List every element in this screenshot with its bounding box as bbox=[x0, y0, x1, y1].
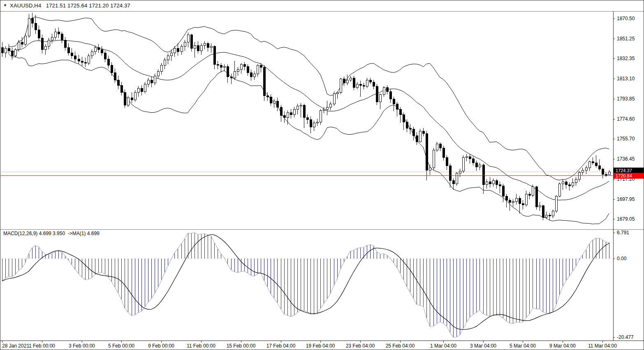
candle-body bbox=[41, 38, 43, 50]
candle-body bbox=[253, 74, 255, 77]
candle-body bbox=[496, 181, 498, 185]
candle-body bbox=[134, 93, 136, 100]
candle-body bbox=[366, 80, 368, 86]
candle-body bbox=[11, 51, 13, 56]
time-axis-label: 25 Feb 04:00 bbox=[386, 343, 415, 349]
candle-body bbox=[48, 40, 50, 47]
candle-body bbox=[549, 215, 551, 216]
candle-body bbox=[462, 158, 464, 171]
candle-body bbox=[104, 53, 106, 59]
candle-body bbox=[170, 53, 172, 56]
candle-body bbox=[223, 67, 225, 68]
time-axis-label: 11 Feb 00:00 bbox=[187, 343, 215, 349]
candle-body bbox=[363, 86, 365, 86]
candle-body bbox=[340, 79, 342, 93]
candle-body bbox=[419, 131, 421, 142]
candle-body bbox=[127, 98, 129, 105]
candle-body bbox=[555, 196, 557, 211]
candle-body bbox=[320, 111, 322, 122]
candle-body bbox=[117, 80, 119, 86]
candle-body bbox=[266, 96, 269, 97]
candle-body bbox=[197, 46, 199, 51]
candle-body bbox=[300, 105, 302, 106]
candle-body bbox=[5, 49, 7, 53]
candle-body bbox=[24, 36, 26, 44]
candle-body bbox=[14, 50, 16, 56]
candle-body bbox=[91, 52, 93, 56]
candle-body bbox=[67, 48, 69, 53]
candle-body bbox=[144, 84, 146, 92]
candle-body bbox=[44, 47, 46, 50]
candle-body bbox=[568, 185, 570, 186]
candle-body bbox=[433, 150, 435, 168]
candle-body bbox=[509, 201, 511, 203]
candle-body bbox=[28, 19, 30, 36]
candle-body bbox=[8, 49, 10, 51]
candle-body bbox=[565, 182, 567, 185]
candle-body bbox=[227, 67, 229, 77]
candle-body bbox=[396, 104, 398, 110]
candle-body bbox=[237, 70, 239, 72]
symbol-dropdown-icon[interactable]: ▼ bbox=[3, 3, 7, 7]
candle-body bbox=[466, 157, 468, 158]
candle-body bbox=[356, 84, 358, 88]
candle-body bbox=[532, 187, 534, 196]
candle-body bbox=[94, 48, 96, 52]
candle-body bbox=[74, 56, 76, 59]
candle-body bbox=[184, 42, 186, 47]
candle-body bbox=[585, 168, 587, 170]
candle-body bbox=[562, 182, 564, 184]
candle-body bbox=[151, 80, 153, 83]
time-axis-label: 9 Mar 04:00 bbox=[549, 343, 576, 349]
candle-body bbox=[389, 92, 391, 99]
candle-body bbox=[287, 113, 289, 118]
price-axis-label: 1832.35 bbox=[617, 56, 635, 61]
candle-body bbox=[505, 196, 507, 201]
time-axis-label: 28 Jan 2021 bbox=[2, 343, 29, 349]
symbol-ohlc-text: XAUUSD,H4 1721.51 1725.64 1721.20 1724.3… bbox=[10, 2, 130, 9]
candle-body bbox=[230, 77, 232, 78]
candle-body bbox=[558, 184, 561, 196]
candle-body bbox=[373, 82, 375, 86]
candle-body bbox=[250, 73, 252, 77]
candle-body bbox=[446, 158, 448, 166]
candle-body bbox=[290, 113, 292, 115]
candle-body bbox=[399, 110, 401, 115]
candle-body bbox=[519, 198, 521, 204]
candle-body bbox=[124, 93, 126, 105]
macd-axis-label: -20.477 bbox=[617, 334, 634, 340]
chart-canvas[interactable]: 1870.501851.251832.351813.101793.851774.… bbox=[0, 0, 644, 350]
candle-body bbox=[160, 65, 162, 72]
candle-body bbox=[54, 32, 56, 37]
candle-body bbox=[386, 88, 388, 92]
price-axis-label: 1793.85 bbox=[617, 96, 635, 102]
candle-body bbox=[293, 110, 295, 115]
time-axis-label: 15 Feb 00:00 bbox=[227, 343, 256, 349]
candle-body bbox=[592, 162, 594, 163]
candle-body bbox=[608, 172, 610, 175]
candle-body bbox=[81, 61, 83, 63]
candle-body bbox=[336, 93, 338, 94]
macd-axis-label: 0.00 bbox=[617, 256, 627, 261]
symbol-ohlc-header: ▼XAUUSD,H4 1721.51 1725.64 1721.20 1724.… bbox=[3, 2, 130, 9]
candle-body bbox=[412, 129, 415, 136]
candle-body bbox=[78, 59, 80, 61]
candle-body bbox=[174, 49, 176, 53]
candle-body bbox=[469, 157, 471, 159]
candle-body bbox=[323, 110, 325, 111]
candle-body bbox=[257, 65, 259, 74]
candle-body bbox=[393, 99, 395, 104]
time-axis-label: 5 Feb 00:00 bbox=[108, 343, 134, 349]
candle-body bbox=[535, 187, 537, 207]
candle-body bbox=[71, 53, 73, 56]
candle-body bbox=[276, 101, 278, 107]
candle-body bbox=[190, 35, 192, 49]
candle-body bbox=[35, 23, 37, 30]
candle-body bbox=[263, 68, 265, 96]
candle-body bbox=[598, 166, 600, 169]
time-axis-label: 23 Feb 04:00 bbox=[346, 343, 375, 349]
candle-body bbox=[502, 186, 504, 196]
price-axis-label: 1755.70 bbox=[617, 136, 635, 142]
candle-body bbox=[58, 32, 60, 34]
candle-body bbox=[383, 88, 385, 95]
